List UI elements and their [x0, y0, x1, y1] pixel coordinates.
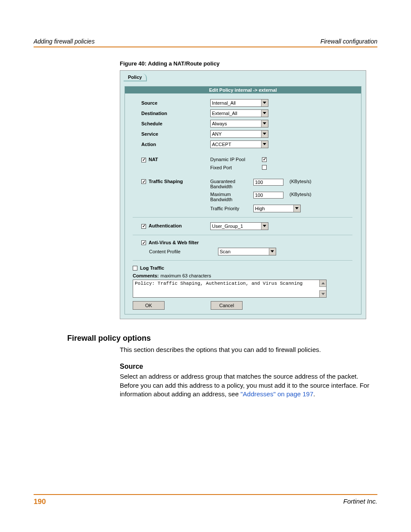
auth-label: Authentication	[149, 223, 182, 228]
action-select[interactable]: ACCEPT	[210, 140, 268, 148]
scroll-down-icon[interactable]	[319, 290, 326, 297]
destination-select[interactable]: External_All	[210, 109, 268, 117]
cp-label: Content Profile	[141, 249, 218, 254]
destination-value: External_All	[212, 111, 237, 116]
destination-label: Destination	[141, 111, 210, 116]
auth-checkbox[interactable]	[141, 224, 146, 229]
source-heading: Source	[120, 363, 377, 370]
mbw-label: Maximum Bandwidth	[210, 192, 253, 202]
gbw-label: Guaranteed Bandwidth	[210, 179, 253, 189]
av-group: Anti-Virus & Web filter	[141, 240, 199, 246]
prio-value: High	[255, 206, 265, 211]
fixedport-checkbox[interactable]	[262, 165, 267, 170]
nat-group: NAT	[141, 157, 210, 162]
source-select[interactable]: Internal_All	[210, 99, 268, 107]
mbw-unit: (KBytes/s)	[290, 192, 311, 197]
cancel-button[interactable]: Cancel	[211, 301, 243, 310]
page-number: 190	[34, 498, 46, 506]
section-heading: Firewall policy options	[67, 334, 377, 343]
shaping-checkbox[interactable]	[141, 179, 146, 184]
scroll-up-icon[interactable]	[319, 280, 326, 287]
shaping-label: Traffic Shaping	[149, 179, 183, 184]
schedule-select[interactable]: Always	[210, 120, 268, 128]
av-label: Anti-Virus & Web filter	[149, 240, 199, 245]
service-select[interactable]: ANY	[210, 130, 268, 138]
header-left: Adding firewall policies	[34, 38, 95, 45]
comments-hint: maximum 63 characters	[161, 273, 211, 278]
source-paragraph: Select an address or address group that …	[120, 372, 374, 398]
gbw-value: 100	[255, 180, 263, 185]
nat-checkbox[interactable]	[141, 158, 146, 162]
footer-divider	[34, 494, 377, 495]
source-label: Source	[141, 100, 210, 106]
comments-value: Policy: Traffic Shaping, Authentication,…	[135, 281, 302, 286]
action-label: Action	[141, 142, 210, 147]
figure-caption: Figure 40: Adding a NAT/Route policy	[120, 60, 377, 67]
company-name: Fortinet Inc.	[343, 498, 377, 506]
auth-select[interactable]: User_Group_1	[210, 222, 268, 230]
addresses-link[interactable]: "Addresses" on page 197	[240, 390, 313, 398]
header-right: Firewall configuration	[321, 38, 377, 45]
schedule-value: Always	[212, 121, 227, 126]
gbw-unit: (KBytes/s)	[290, 179, 311, 184]
shaping-group: Traffic Shaping	[141, 179, 210, 184]
gbw-input[interactable]: 100	[253, 179, 283, 186]
log-label: Log Traffic	[140, 265, 164, 271]
source-text-b: .	[313, 390, 315, 398]
mbw-input[interactable]: 100	[253, 192, 283, 199]
cp-value: Scan	[220, 249, 230, 254]
service-label: Service	[141, 131, 210, 137]
policy-screenshot: Policy Edit Policy internal -> external …	[120, 70, 366, 319]
log-checkbox[interactable]	[133, 266, 137, 271]
action-value: ACCEPT	[212, 142, 231, 147]
prio-select[interactable]: High	[253, 205, 301, 212]
dynip-checkbox[interactable]	[262, 157, 267, 162]
comments-textarea[interactable]: Policy: Traffic Shaping, Authentication,…	[133, 280, 327, 298]
tab-policy[interactable]: Policy	[124, 74, 147, 81]
prio-label: Traffic Priority	[210, 206, 253, 211]
mbw-value: 100	[255, 193, 263, 198]
comments-label: Comments:	[133, 273, 159, 278]
fixedport-label: Fixed Port	[210, 165, 262, 170]
header-divider	[34, 47, 377, 47]
section-intro: This section describes the options that …	[120, 345, 374, 354]
source-value: Internal_All	[212, 100, 236, 106]
dynip-label: Dynamic IP Pool	[210, 157, 262, 162]
service-value: ANY	[212, 131, 222, 137]
ok-button[interactable]: OK	[133, 301, 165, 310]
schedule-label: Schedule	[141, 121, 210, 126]
auth-group: Authentication	[141, 223, 210, 229]
cp-select[interactable]: Scan	[218, 248, 276, 255]
panel-title: Edit Policy internal -> external	[125, 87, 361, 93]
av-checkbox[interactable]	[141, 240, 146, 245]
auth-value: User_Group_1	[212, 224, 243, 229]
nat-label: NAT	[149, 157, 158, 162]
